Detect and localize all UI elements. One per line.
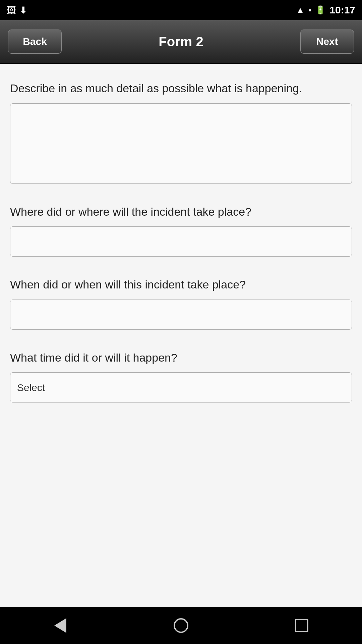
next-button[interactable]: Next — [300, 30, 354, 54]
status-bar: 🖼 ⬇ ▲ ▪ 🔋 10:17 — [0, 0, 362, 20]
nav-bar: Back Form 2 Next — [0, 20, 362, 64]
date-input[interactable] — [10, 300, 352, 330]
description-textarea[interactable] — [10, 103, 352, 184]
question4-label: What time did it or will it happen? — [10, 350, 352, 366]
home-nav-button[interactable] — [168, 612, 194, 639]
status-icons-right: ▲ ▪ 🔋 10:17 — [296, 4, 355, 16]
main-content: Describe in as much detail as possible w… — [0, 64, 362, 607]
wifi-icon: ▲ — [296, 5, 305, 15]
recents-nav-icon — [295, 619, 308, 632]
question3-label: When did or when will this incident take… — [10, 277, 352, 293]
status-icons-left: 🖼 ⬇ — [7, 5, 27, 16]
page-title: Form 2 — [62, 34, 300, 49]
bottom-nav — [0, 607, 362, 644]
location-input[interactable] — [10, 226, 352, 257]
download-icon: ⬇ — [19, 5, 27, 16]
status-time: 10:17 — [329, 4, 355, 16]
battery-icon: 🔋 — [315, 5, 325, 15]
signal-icon: ▪ — [309, 5, 312, 15]
question2-label: Where did or where will the incident tak… — [10, 204, 352, 220]
back-button[interactable]: Back — [8, 30, 62, 54]
back-nav-icon — [54, 618, 66, 633]
image-icon: 🖼 — [7, 5, 16, 16]
back-nav-button[interactable] — [47, 612, 74, 639]
home-nav-icon — [174, 618, 188, 633]
time-select[interactable]: Select Morning Afternoon Evening Night — [10, 372, 352, 402]
recents-nav-button[interactable] — [288, 612, 315, 639]
question1-label: Describe in as much detail as possible w… — [10, 80, 352, 97]
